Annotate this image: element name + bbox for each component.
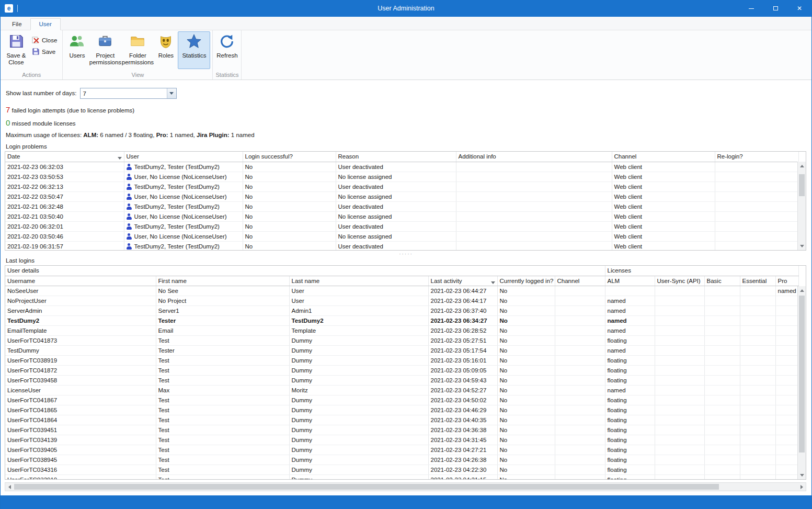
login-problem-row[interactable]: 2021-02-19 06:31:57TestDumy2, Tester (Te… [5, 241, 798, 251]
last-login-row-cell: Dummy [289, 375, 428, 385]
last-login-row-cell [704, 455, 740, 465]
login-problem-row-cell: No license assigned [336, 211, 456, 221]
project-permissions-button[interactable]: Project permissions [89, 31, 121, 69]
scrollbar-thumb[interactable] [799, 296, 805, 453]
last-login-row[interactable]: UserForTC034139TestDummy2021-02-23 04:31… [5, 435, 798, 445]
login-problems-vertical-scrollbar[interactable] [797, 162, 806, 250]
last-login-row-cell: Test [156, 335, 289, 345]
column-header-essential[interactable]: Essential [740, 276, 775, 286]
days-combobox-dropdown-button[interactable] [167, 88, 176, 98]
column-header-reason[interactable]: Reason [336, 152, 456, 162]
scroll-right-icon[interactable] [797, 483, 806, 491]
login-problem-row-cell: No [243, 191, 336, 201]
refresh-button[interactable]: Refresh [215, 31, 239, 69]
login-problem-row-cell: User deactivated [336, 221, 456, 231]
column-header-basic[interactable]: Basic [704, 276, 740, 286]
statistics-button[interactable]: Statistics [178, 31, 210, 69]
last-login-row-cell: UserForTC039451 [5, 425, 156, 435]
last-login-row-cell [704, 435, 740, 445]
column-header-additional-info[interactable]: Additional info [456, 152, 612, 162]
login-problem-row[interactable]: 2021-02-21 06:32:48TestDumy2, Tester (Te… [5, 201, 798, 211]
project-permissions-label: Project permissions [89, 52, 121, 66]
last-login-row-cell [655, 385, 704, 395]
save-button[interactable]: Save [31, 46, 60, 58]
scroll-up-icon[interactable] [798, 162, 806, 170]
login-problem-row-cell: User deactivated [336, 201, 456, 211]
column-header-channel[interactable]: Channel [555, 276, 605, 286]
last-login-row[interactable]: UserForTC039451TestDummy2021-02-23 04:36… [5, 425, 798, 435]
last-login-row-cell [555, 315, 605, 325]
folder-permissions-button[interactable]: Folder permissions [121, 31, 154, 69]
scroll-down-icon[interactable] [798, 242, 806, 250]
scroll-down-icon[interactable] [798, 471, 806, 479]
scroll-up-icon[interactable] [798, 286, 806, 295]
last-login-row[interactable]: UserForTC038945TestDummy2021-02-23 04:26… [5, 455, 798, 465]
column-header-username[interactable]: Username [5, 276, 156, 286]
last-login-row-cell: NoSeeUser [5, 286, 156, 296]
close-action-button[interactable]: Close [31, 35, 60, 46]
login-problem-row-cell: Web client [612, 162, 715, 172]
last-login-row-cell [655, 445, 704, 455]
column-header-user-sync-api[interactable]: User-Sync (API) [655, 276, 704, 286]
last-login-row[interactable]: TestDummyTesterDummy2021-02-23 05:17:54N… [5, 345, 798, 355]
column-header-pro[interactable]: Pro [775, 276, 798, 286]
tab-user[interactable]: User [30, 18, 61, 30]
column-header-login-successful[interactable]: Login successful? [243, 152, 336, 162]
login-problem-row[interactable]: 2021-02-21 03:50:40User, No License (NoL… [5, 211, 798, 221]
last-login-row-cell: floating [605, 415, 655, 425]
column-header-last-activity[interactable]: Last activity [428, 276, 497, 286]
column-header-currently-logged-in[interactable]: Currently logged in? [497, 276, 555, 286]
last-login-row[interactable]: UserForTC039458TestDummy2021-02-23 04:59… [5, 375, 798, 385]
column-header-relogin[interactable]: Re-login? [715, 152, 798, 162]
column-header-user[interactable]: User [124, 152, 243, 162]
login-problem-row[interactable]: 2021-02-23 06:32:03TestDumy2, Tester (Te… [5, 162, 798, 172]
last-login-row-cell [775, 385, 798, 395]
last-login-row[interactable]: NoSeeUserNo SeeUser2021-02-23 06:44:27No… [5, 286, 798, 296]
last-login-row-cell: No [497, 355, 555, 365]
last-login-row[interactable]: UserForTC034316TestDummy2021-02-23 04:22… [5, 465, 798, 474]
last-login-row[interactable]: UserForTC032910TestDummy2021-02-23 04:21… [5, 474, 798, 480]
users-button[interactable]: Users [65, 31, 89, 69]
last-login-row-cell: floating [605, 474, 655, 480]
last-login-row-cell: No [497, 425, 555, 435]
last-login-row-cell [704, 325, 740, 335]
horizontal-scrollbar[interactable] [5, 482, 806, 491]
last-login-row[interactable]: UserForTC041865TestDummy2021-02-23 04:46… [5, 405, 798, 415]
last-login-row[interactable]: NoProjectUserNo ProjectUser2021-02-23 06… [5, 296, 798, 306]
group-label-actions: Actions [3, 71, 60, 80]
last-login-row-cell: TestDumy2 [5, 315, 156, 325]
days-combobox[interactable]: 7 [80, 88, 177, 99]
last-login-row[interactable]: ServerAdminServer1Admin12021-02-23 06:37… [5, 306, 798, 315]
login-problem-row[interactable]: 2021-02-23 03:50:53User, No License (NoL… [5, 172, 798, 182]
column-header-last-name[interactable]: Last name [289, 276, 428, 286]
column-header-date[interactable]: Date [5, 152, 124, 162]
last-login-row[interactable]: UserForTC041867TestDummy2021-02-23 04:50… [5, 395, 798, 405]
last-login-row[interactable]: UserForTC041873TestDummy2021-02-23 05:27… [5, 335, 798, 345]
last-login-row[interactable]: UserForTC039405TestDummy2021-02-23 04:27… [5, 445, 798, 455]
last-logins-vertical-scrollbar[interactable] [797, 286, 806, 479]
column-header-alm[interactable]: ALM [605, 276, 655, 286]
save-and-close-button[interactable]: Save & Close [3, 31, 30, 69]
last-login-row-cell: 2021-02-23 06:37:40 [428, 306, 497, 315]
column-header-channel[interactable]: Channel [612, 152, 715, 162]
login-problem-row[interactable]: 2021-02-20 06:32:01TestDumy2, Tester (Te… [5, 221, 798, 231]
last-login-row-cell [555, 474, 605, 480]
login-problem-row[interactable]: 2021-02-22 03:50:47User, No License (NoL… [5, 191, 798, 201]
scroll-left-icon[interactable] [5, 483, 14, 491]
last-login-row[interactable]: UserForTC038919TestDummy2021-02-23 05:16… [5, 355, 798, 365]
login-problem-row[interactable]: 2021-02-20 03:50:46User, No License (NoL… [5, 231, 798, 241]
last-login-row[interactable]: UserForTC041872TestDummy2021-02-23 05:09… [5, 365, 798, 375]
last-login-row[interactable]: EmailTemplateEmailTemplate2021-02-23 06:… [5, 325, 798, 335]
column-header-first-name[interactable]: First name [156, 276, 289, 286]
last-login-row[interactable]: LicenseUserMaxMoritz2021-02-23 04:52:27N… [5, 385, 798, 395]
last-login-row[interactable]: UserForTC041864TestDummy2021-02-23 04:40… [5, 415, 798, 425]
last-login-row-cell: Dummy [289, 435, 428, 445]
group-header-licenses: Licenses [605, 266, 798, 276]
login-problem-row[interactable]: 2021-02-22 06:32:13TestDumy2, Tester (Te… [5, 182, 798, 191]
scrollbar-thumb[interactable] [799, 174, 805, 196]
last-login-row[interactable]: TestDumy2TesterTestDumy22021-02-23 06:34… [5, 315, 798, 325]
tab-file[interactable]: File [4, 19, 30, 30]
splitter-handle[interactable]: ····· [1, 251, 811, 257]
scrollbar-thumb[interactable] [14, 484, 719, 490]
roles-button[interactable]: Roles [154, 31, 178, 69]
